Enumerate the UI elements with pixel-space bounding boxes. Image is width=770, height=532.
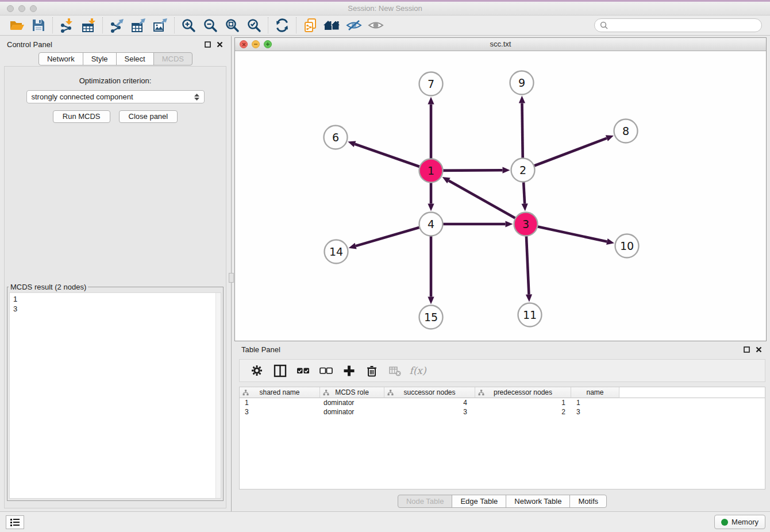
criterion-select[interactable]: strongly connected component [26, 90, 205, 103]
network-window-controls[interactable] [240, 40, 272, 48]
graph-edge-arrowhead [502, 167, 510, 174]
tab-network-table[interactable]: Network Table [506, 495, 570, 508]
network-canvas[interactable]: 7968124314101511 [235, 51, 766, 341]
create-column-button[interactable] [338, 361, 359, 380]
graph-edge-arrowhead [428, 297, 434, 304]
graph-edge-arrowhead [522, 203, 528, 211]
save-session-button[interactable] [28, 17, 49, 34]
memory-status-icon [721, 519, 728, 526]
column-header-name[interactable]: name [571, 387, 619, 398]
tree-icon [242, 390, 249, 396]
graph-node-label: 11 [523, 309, 537, 321]
select-all-columns-button[interactable] [292, 361, 313, 380]
show-graphics-details-button[interactable] [365, 17, 387, 34]
delete-table-icon [388, 365, 402, 377]
tab-style[interactable]: Style [83, 52, 117, 65]
column-header-shared-name[interactable]: shared name [240, 387, 320, 398]
float-panel-button[interactable] [203, 40, 212, 49]
zoom-in-icon [181, 18, 196, 33]
show-column-panel-button[interactable] [270, 361, 290, 380]
column-header-successor-nodes[interactable]: successor nodes [384, 387, 475, 398]
graph-node-label: 8 [622, 125, 629, 137]
app-titlebar: Session: New Session [0, 0, 770, 16]
close-icon [756, 346, 762, 353]
clone-network-icon [303, 18, 318, 33]
mcds-buttons: Run MCDS Close panel [5, 110, 226, 123]
graph-edge-arrowhead [606, 135, 614, 141]
zoom-fit-button[interactable] [221, 17, 243, 34]
search-field[interactable] [594, 18, 762, 32]
function-builder-button[interactable]: f(x) [407, 361, 428, 380]
clone-network-button[interactable] [299, 17, 321, 34]
zoom-selected-button[interactable] [243, 17, 265, 34]
delete-table-button[interactable] [384, 361, 405, 380]
graph-node-label: 2 [519, 164, 526, 176]
cell-successor-nodes: 4 [384, 399, 475, 407]
column-header-mcds-role[interactable]: MCDS role [320, 387, 384, 398]
close-panel-button[interactable] [215, 40, 224, 49]
tab-edge-table[interactable]: Edge Table [452, 495, 506, 508]
tab-network[interactable]: Network [38, 52, 83, 65]
export-network-button[interactable] [106, 17, 128, 34]
close-panel-action-button[interactable]: Close panel [119, 110, 178, 123]
hide-graphics-details-button[interactable] [343, 17, 365, 34]
home-button[interactable] [321, 17, 343, 34]
zoom-in-button[interactable] [178, 17, 199, 34]
column-label: predecessor nodes [494, 388, 552, 396]
table-row[interactable]: 1 dominator 4 1 1 [240, 398, 765, 407]
tab-mcds[interactable]: MCDS [153, 52, 192, 65]
float-icon [744, 346, 750, 353]
mcds-result-area[interactable]: 1 3 [9, 292, 221, 499]
close-network-button[interactable] [240, 40, 248, 48]
zoom-network-button[interactable] [264, 40, 272, 48]
delete-columns-button[interactable] [361, 361, 382, 380]
open-session-button[interactable] [6, 17, 28, 34]
mcds-result-title: MCDS result (2 nodes) [9, 283, 88, 291]
search-input[interactable] [611, 21, 756, 30]
graph-edge-3-1[interactable] [449, 180, 526, 224]
graph-node-label: 4 [428, 218, 434, 230]
close-window-button[interactable] [7, 5, 14, 12]
column-header-predecessor-nodes[interactable]: predecessor nodes [475, 387, 571, 398]
cell-shared-name: 1 [240, 399, 320, 407]
graph-edge-arrowhead [349, 243, 357, 249]
memory-button[interactable]: Memory [714, 515, 765, 529]
import-network-button[interactable] [56, 17, 78, 34]
maximize-window-button[interactable] [30, 5, 37, 12]
status-bar: Memory [0, 511, 770, 532]
float-table-panel-button[interactable] [742, 345, 751, 354]
import-table-button[interactable] [78, 17, 99, 34]
graph-edge-2-8[interactable] [523, 138, 607, 170]
apply-layout-button[interactable] [271, 17, 293, 34]
tree-icon [387, 390, 394, 396]
tab-node-table[interactable]: Node Table [398, 495, 453, 508]
node-table: shared name MCDS role successor nodes pr… [239, 387, 765, 489]
tab-select[interactable]: Select [116, 52, 154, 65]
vertical-splitter-handle[interactable] [229, 273, 234, 283]
columns-icon [274, 364, 287, 377]
close-table-panel-button[interactable] [754, 345, 763, 354]
header-filler [619, 387, 765, 398]
float-icon [205, 41, 211, 48]
fx-icon: f(x) [409, 365, 426, 376]
main-area: Control Panel Network Style Select MCDS … [0, 36, 770, 511]
unselect-all-columns-button[interactable] [315, 361, 336, 380]
task-history-button[interactable] [6, 515, 24, 529]
minimize-window-button[interactable] [18, 5, 25, 12]
table-settings-button[interactable] [247, 361, 267, 380]
tab-motifs[interactable]: Motifs [569, 495, 607, 508]
zoom-out-button[interactable] [199, 17, 221, 34]
close-glyph-icon [242, 43, 246, 47]
minimize-network-button[interactable] [252, 40, 260, 48]
run-mcds-button[interactable]: Run MCDS [53, 110, 110, 123]
export-table-button[interactable] [128, 17, 149, 34]
result-scrollbar[interactable] [215, 293, 221, 498]
export-image-button[interactable] [149, 17, 171, 34]
close-icon [217, 41, 223, 48]
window-controls[interactable] [7, 5, 37, 12]
mcds-result-group: MCDS result (2 nodes) 1 3 [7, 283, 224, 501]
result-line: 1 [10, 293, 221, 304]
tree-icon [478, 390, 484, 396]
main-toolbar [0, 16, 770, 36]
table-row[interactable]: 3 dominator 3 2 3 [240, 407, 765, 417]
